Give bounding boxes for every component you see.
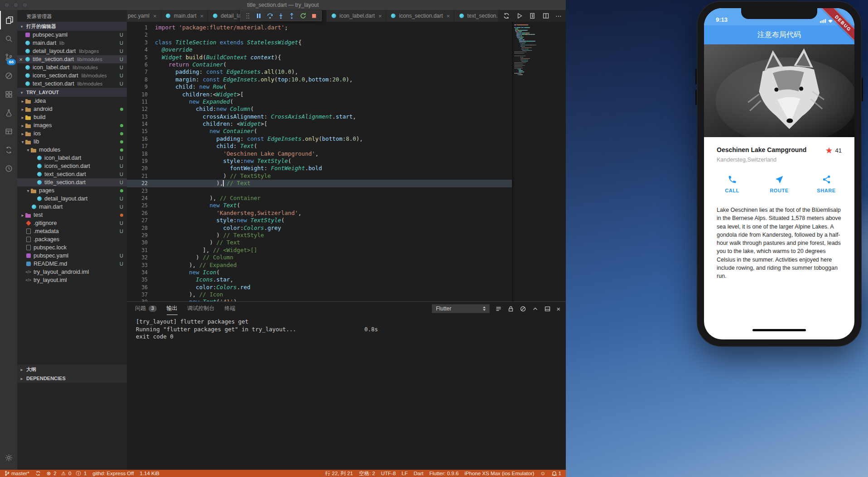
tree-item-try_layout_android.iml[interactable]: </>try_layout_android.iml [17, 268, 127, 276]
code-line[interactable]: 28 color:Colors.grey [127, 224, 512, 232]
code-line[interactable]: 31 ], // <Widget>[] [127, 247, 512, 254]
tree-item-pages[interactable]: pages [17, 186, 127, 195]
volume-up-button[interactable] [695, 69, 697, 84]
step-over-icon[interactable] [265, 11, 275, 20]
close-icon[interactable] [378, 13, 382, 19]
chevron-down-icon[interactable] [25, 188, 31, 193]
tree-item-pubspec.lock[interactable]: pubspec.lock [17, 243, 127, 252]
more-actions-icon[interactable] [555, 12, 562, 19]
word-wrap-icon[interactable] [495, 305, 502, 312]
code-line[interactable]: 13 crossAxisAlignment: CrossAxisAlignmen… [127, 113, 512, 120]
tree-item-.idea[interactable]: .idea [17, 97, 127, 105]
zoom-window-button[interactable] [22, 2, 28, 8]
tree-item-detail_layout.dart[interactable]: detail_layout.dartU [17, 195, 127, 203]
open-editor-item[interactable]: ×title_section.dartlib/modulesU [17, 55, 127, 63]
chevron-right-icon[interactable] [20, 99, 25, 104]
settings-gear-icon[interactable] [0, 448, 17, 467]
search-icon[interactable] [0, 29, 17, 48]
chevron-right-icon[interactable] [20, 213, 25, 218]
source-control-icon[interactable]: 66 [0, 48, 17, 67]
layout-preview-icon[interactable] [0, 122, 17, 141]
code-line[interactable]: 12 child:new Column( [127, 105, 512, 113]
tree-item-text_section.dart[interactable]: text_section.dartU [17, 170, 127, 178]
flutter-version-item[interactable]: Flutter: 0.9.6 [429, 471, 459, 476]
outline-header[interactable]: 大纲 [17, 365, 127, 374]
test-beaker-icon[interactable] [0, 104, 17, 122]
code-line[interactable]: 5 Widget build(BuildContext context){ [127, 54, 512, 61]
code-line[interactable]: 35 Icons.star, [127, 276, 512, 283]
device-item[interactable]: iPhone XS Max (ios Emulator) [464, 471, 534, 476]
code-editor[interactable]: 1import 'package:flutter/material.dart';… [127, 22, 566, 301]
pause-icon[interactable] [254, 11, 263, 20]
step-into-icon[interactable] [276, 11, 285, 20]
indentation-item[interactable]: 空格: 2 [359, 470, 375, 477]
open-editors-header[interactable]: 打开的编辑器 [17, 22, 127, 31]
git-compare-icon[interactable] [0, 141, 17, 159]
code-line[interactable]: 27 style:new TextStyle( [127, 217, 512, 224]
tree-item-icon_label.dart[interactable]: icon_label.dartU [17, 154, 127, 162]
code-line[interactable]: 24 ), // Container [127, 195, 512, 202]
tree-item-title_section.dart[interactable]: title_section.dartU [17, 178, 127, 186]
restart-icon[interactable] [298, 11, 308, 20]
code-line[interactable]: 3class TitleSection extends StatelessWid… [127, 39, 512, 46]
code-line[interactable]: 14 children: <Widget>[ [127, 120, 512, 128]
minimize-window-button[interactable] [13, 2, 19, 8]
panel-tab-问题[interactable]: 问题3 [135, 305, 157, 315]
code-line[interactable]: 7 padding: const EdgeInsets.all(10.0), [127, 68, 512, 76]
open-changes-icon[interactable] [529, 12, 536, 19]
close-icon[interactable]: × [17, 56, 24, 63]
tree-item-build[interactable]: build [17, 113, 127, 121]
githd-status-item[interactable]: githd: Express Off [92, 471, 134, 476]
volume-down-button[interactable] [695, 90, 697, 105]
code-line[interactable]: 26 'Kandersteg,Switzerland', [127, 210, 512, 217]
chevron-right-icon[interactable] [20, 123, 25, 128]
titlebar[interactable]: title_section.dart — try_layout [0, 0, 566, 10]
tree-item-.packages[interactable]: .packages [17, 235, 127, 243]
tree-item-images[interactable]: images [17, 121, 127, 129]
clear-output-icon[interactable] [520, 305, 526, 312]
tree-item-lib[interactable]: lib [17, 138, 127, 146]
git-branch-item[interactable]: master* [5, 471, 29, 476]
code-line[interactable]: 15 new Container( [127, 128, 512, 135]
chevron-right-icon[interactable] [20, 107, 25, 112]
code-line[interactable]: 22 ), // Text [127, 180, 512, 187]
code-line[interactable]: 8 margin: const EdgeInsets.only(top:10.0… [127, 76, 512, 83]
cursor-position-item[interactable]: 行 22, 列 21 [325, 470, 353, 477]
stop-icon[interactable] [309, 11, 319, 20]
code-line[interactable]: 29 ) // TextStyle [127, 232, 512, 239]
eol-item[interactable]: LF [402, 471, 408, 476]
dependencies-header[interactable]: DEPENDENCIES [17, 374, 127, 383]
code-line[interactable]: 37 ), // Icon [127, 291, 512, 298]
panel-layout-icon[interactable] [544, 305, 551, 312]
tab-pec.yaml[interactable]: pec.yaml [127, 10, 161, 22]
tree-item-icons_section.dart[interactable]: icons_section.dartU [17, 162, 127, 170]
chevron-down-icon[interactable] [25, 148, 31, 153]
code-line[interactable]: 34 new Icon( [127, 269, 512, 276]
code-line[interactable]: 1import 'package:flutter/material.dart'; [127, 24, 512, 31]
route-button[interactable]: ROUTE [756, 175, 803, 193]
chevron-down-icon[interactable] [20, 139, 25, 144]
code-line[interactable]: 9 child: new Row( [127, 83, 512, 91]
tab-icon_label.dart[interactable]: icon_label.dart [327, 10, 386, 22]
share-button[interactable]: SHARE [803, 175, 850, 193]
tree-item-try_layout.iml[interactable]: </>try_layout.iml [17, 276, 127, 284]
extensions-icon[interactable] [0, 85, 17, 104]
code-line[interactable]: 17 child: Text( [127, 143, 512, 150]
lock-scroll-icon[interactable] [507, 305, 514, 312]
output-channel-select[interactable]: Flutter [432, 304, 490, 313]
chevron-right-icon[interactable] [20, 131, 25, 136]
open-editor-item[interactable]: icon_label.dartlib/modulesU [17, 63, 127, 72]
output-console[interactable]: [try_layout] flutter packages getRunning… [127, 315, 566, 344]
code-line[interactable]: 19 style:new TextStyle( [127, 157, 512, 165]
home-indicator[interactable] [752, 329, 806, 331]
tree-item-modules[interactable]: modules [17, 146, 127, 154]
feedback-smiley-icon[interactable] [540, 470, 545, 477]
code-line[interactable]: 32 ) // Column [127, 254, 512, 261]
panel-tab-输出[interactable]: 输出 [167, 305, 178, 315]
code-line[interactable]: 16 padding: const EdgeInsets.only(bottom… [127, 135, 512, 143]
code-line[interactable]: 4 @override [127, 46, 512, 53]
tree-item-main.dart[interactable]: main.dartU [17, 203, 127, 211]
tab-icons_section.dart[interactable]: icons_section.dart [386, 10, 454, 22]
open-editor-item[interactable]: text_section.dartlib/modulesU [17, 80, 127, 88]
close-window-button[interactable] [4, 2, 10, 8]
